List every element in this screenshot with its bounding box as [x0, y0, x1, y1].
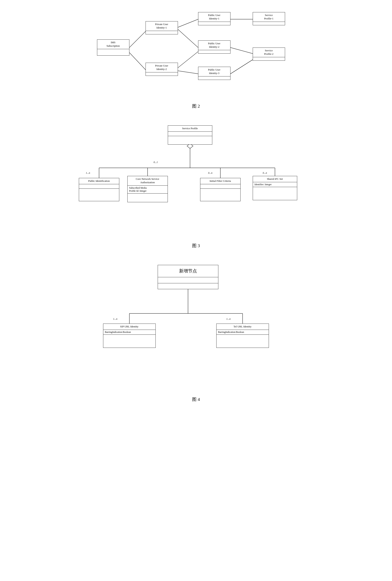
tel-barring: BarringIndication:Boolean: [216, 330, 269, 335]
mult-1n-sip: 1...n: [113, 318, 118, 320]
cnsa-s2: [128, 194, 168, 198]
cnsa-box: Core Network ServiceAuthorization Subscr…: [127, 176, 168, 202]
fig1-caption: 图 2: [192, 103, 200, 109]
mult-0n-ifc: 0...n: [208, 172, 212, 174]
pi-s1: [79, 184, 119, 189]
ims-subscription-title: IMSSubscription: [97, 40, 129, 49]
public-user-identity-1-title: Public UserIdentity-1: [198, 12, 230, 22]
svg-line-2: [178, 19, 198, 27]
new-node-s1: [158, 277, 218, 283]
ifc-title: Initial Filter Criteria: [200, 178, 240, 184]
public-user-identity-2-box: Public UserIdentity-2: [198, 40, 230, 54]
new-node-s2: [158, 283, 218, 288]
service-profile-s2: [168, 136, 212, 140]
cnsa-title: Core Network ServiceAuthorization: [128, 176, 168, 186]
fig3-caption: 图 4: [192, 396, 200, 402]
tel-s2: [216, 335, 269, 340]
svg-line-0: [130, 31, 146, 48]
svg-line-3: [178, 29, 198, 48]
svg-line-1: [130, 52, 146, 70]
mult-1n-pi: 1...n: [86, 172, 90, 174]
private-user-identity-1-box: Private UserIdentity-1: [146, 21, 178, 34]
sip-barring: BarringIndication:Boolean: [103, 330, 156, 335]
diagram-fig1: IMSSubscription Private UserIdentity-1 P…: [12, 8, 380, 109]
sifc-s1: Identifier: Integer: [253, 182, 297, 187]
public-user-identity-3-box: Public UserIdentity-3: [198, 67, 230, 80]
service-profile-2-title: ServiceProfile-2: [253, 48, 285, 57]
service-profile-1-box: ServiceProfile-1: [253, 12, 285, 25]
sip-s2: [103, 335, 156, 340]
sip-url-identity-title: SIP URL Identity: [103, 324, 156, 330]
service-profile-2-box: ServiceProfile-2: [253, 48, 285, 61]
mult-1n-tel: 1...n: [226, 318, 231, 320]
mult-0n-sifc: 0...n: [263, 172, 267, 174]
private-user-identity-1-title: Private UserIdentity-1: [146, 22, 178, 31]
private-user-identity-2-box: Private UserIdentity-2: [146, 63, 178, 76]
mult-01-cnsa: 0...1: [154, 161, 158, 164]
ifc-s1: [200, 184, 240, 189]
svg-line-7: [230, 48, 253, 54]
public-user-identity-3-title: Public UserIdentity-3: [198, 67, 230, 76]
ifc-box: Initial Filter Criteria: [200, 178, 240, 201]
fig2-caption: 图 3: [192, 243, 200, 249]
service-profile-1-title: ServiceProfile-1: [253, 12, 285, 22]
new-node-title: 新增节点: [158, 265, 218, 277]
new-node-box: 新增节点: [158, 265, 218, 289]
diagram-fig2: Service Profile 0...1 1...n 0...n 0...n …: [12, 121, 380, 249]
cnsa-s1: Subscribed MediaProfile Id: Integer: [128, 186, 168, 194]
public-user-identity-1-box: Public UserIdentity-1: [198, 12, 230, 25]
svg-line-8: [230, 60, 253, 74]
ifc-s2: [200, 189, 240, 193]
public-user-identity-2-title: Public UserIdentity-2: [198, 41, 230, 50]
service-profile-box: Service Profile: [168, 126, 212, 144]
pi-s2: [79, 189, 119, 193]
ims-subscription-box: IMSSubscription: [97, 40, 130, 56]
service-profile-title: Service Profile: [168, 126, 212, 132]
sip-url-identity-box: SIP URL Identity BarringIndication:Boole…: [103, 324, 156, 348]
sifc-title: Shared iFC Set: [253, 176, 297, 182]
service-profile-s1: [168, 132, 212, 136]
private-user-identity-2-title: Private UserIdentity-2: [146, 63, 178, 72]
public-identification-box: Public Identification: [79, 178, 119, 201]
tel-url-identity-title: Tel URL Identity: [216, 324, 269, 330]
public-identification-title: Public Identification: [79, 178, 119, 184]
diagram-fig3: 新增节点 1...n 1...n SIP URL Identity Barrin…: [12, 261, 380, 402]
sifc-box: Shared iFC Set Identifier: Integer: [253, 176, 297, 200]
tel-url-identity-box: Tel URL Identity BarringIndication:Boole…: [216, 324, 269, 348]
svg-line-4: [178, 52, 198, 68]
svg-line-5: [178, 71, 198, 74]
sifc-s2: [253, 187, 297, 192]
